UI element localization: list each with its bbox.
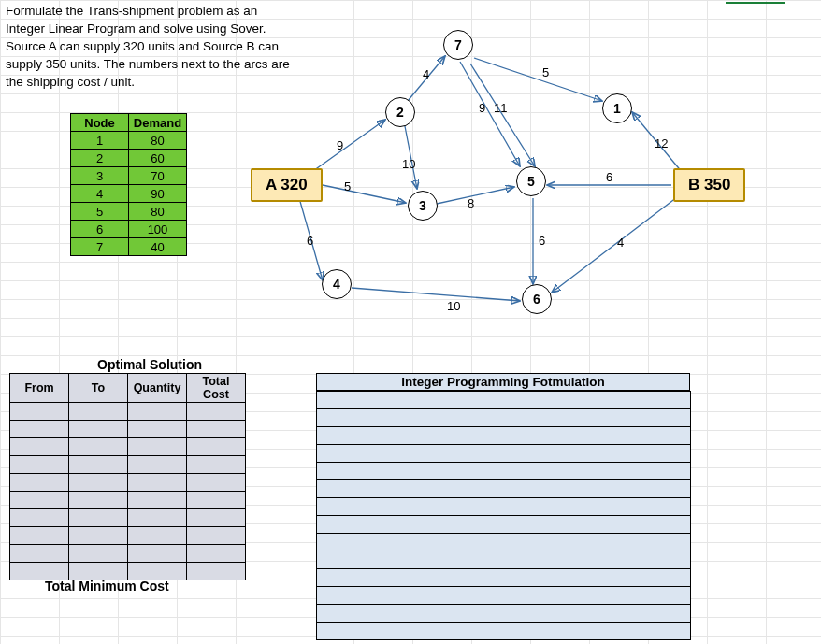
svg-line-12 [552,194,681,293]
opt-cell[interactable] [10,456,69,474]
opt-cell[interactable] [10,403,69,421]
opt-cell[interactable] [128,563,187,580]
opt-cell[interactable] [10,545,69,563]
node-1: 1 [602,93,632,123]
opt-cell[interactable] [69,563,128,580]
ip-cell[interactable] [317,534,691,551]
opt-cell[interactable] [187,527,246,545]
ip-cell[interactable] [317,551,691,569]
ip-cell[interactable] [317,480,691,498]
ip-cell[interactable] [317,516,691,534]
opt-cell[interactable] [128,545,187,563]
opt-header-cost: Total Cost [187,374,246,403]
demand-header-demand: Demand [129,114,187,132]
total-minimum-cost-label: Total Minimum Cost [45,579,169,594]
demand-cell: 3 [71,167,129,185]
optimal-solution-title: Optimal Solution [65,357,234,372]
opt-cell[interactable] [128,403,187,421]
demand-cell: 6 [71,221,129,238]
opt-cell[interactable] [128,421,187,438]
opt-cell[interactable] [187,421,246,438]
ip-cell[interactable] [317,569,691,587]
svg-line-9 [352,288,520,301]
arc-cost: 10 [402,157,415,171]
opt-cell[interactable] [10,492,69,509]
demand-cell: 60 [129,150,187,167]
opt-cell[interactable] [187,474,246,492]
demand-cell: 90 [129,185,187,203]
demand-table: Node Demand 180 260 370 490 580 6100 740 [70,113,187,256]
opt-cell[interactable] [69,509,128,527]
opt-cell[interactable] [69,545,128,563]
opt-header-to: To [69,374,128,403]
opt-cell[interactable] [10,438,69,456]
opt-cell[interactable] [10,474,69,492]
opt-cell[interactable] [10,509,69,527]
opt-cell[interactable] [69,421,128,438]
arc-cost: 6 [307,234,313,248]
opt-cell[interactable] [187,456,246,474]
ip-formulation-table[interactable] [316,391,691,640]
opt-cell[interactable] [187,403,246,421]
ip-cell[interactable] [317,587,691,605]
arc-cost: 4 [617,236,624,250]
ip-cell[interactable] [317,392,691,409]
opt-cell[interactable] [128,474,187,492]
svg-line-4 [404,122,417,189]
opt-cell[interactable] [128,492,187,509]
demand-cell: 100 [129,221,187,238]
opt-cell[interactable] [128,509,187,527]
demand-cell: 40 [129,238,187,256]
opt-cell[interactable] [187,438,246,456]
opt-cell[interactable] [69,403,128,421]
node-2: 2 [385,97,415,127]
source-b-box: B 350 [673,168,745,202]
opt-header-from: From [10,374,69,403]
opt-cell[interactable] [69,474,128,492]
demand-cell: 80 [129,132,187,150]
opt-cell[interactable] [10,563,69,580]
demand-cell: 7 [71,238,129,256]
opt-cell[interactable] [128,456,187,474]
arc-cost: 4 [423,67,429,81]
network-diagram: A 320 B 350 7 2 1 3 5 4 6 9 5 6 4 10 8 9… [243,19,767,327]
optimal-solution-table[interactable]: From To Quantity Total Cost [9,373,246,580]
opt-cell[interactable] [187,563,246,580]
source-a-box: A 320 [251,168,323,202]
demand-header-node: Node [71,114,129,132]
ip-cell[interactable] [317,427,691,445]
ip-formulation-title: Integer Programming Fotmulation [316,373,690,391]
opt-cell[interactable] [128,527,187,545]
demand-cell: 2 [71,150,129,167]
ip-cell[interactable] [317,498,691,516]
svg-line-7 [460,62,520,166]
opt-cell[interactable] [10,421,69,438]
opt-cell[interactable] [69,438,128,456]
opt-cell[interactable] [187,545,246,563]
opt-cell[interactable] [187,509,246,527]
opt-cell[interactable] [10,527,69,545]
node-3: 3 [408,191,438,221]
selected-cell-border [726,0,785,4]
opt-cell[interactable] [128,438,187,456]
ip-cell[interactable] [317,623,691,640]
arc-cost: 6 [606,170,612,184]
arc-cost: 9 [479,101,485,115]
opt-cell[interactable] [69,492,128,509]
ip-cell[interactable] [317,463,691,480]
arc-cost: 9 [337,138,343,152]
ip-cell[interactable] [317,445,691,463]
ip-cell[interactable] [317,605,691,623]
arc-cost: 6 [539,234,545,248]
opt-cell[interactable] [187,492,246,509]
demand-cell: 5 [71,203,129,221]
ip-cell[interactable] [317,409,691,427]
node-6: 6 [522,284,552,314]
arc-cost: 11 [494,101,507,115]
demand-cell: 1 [71,132,129,150]
svg-line-6 [474,58,602,101]
node-5: 5 [516,166,546,196]
opt-header-qty: Quantity [128,374,187,403]
opt-cell[interactable] [69,527,128,545]
opt-cell[interactable] [69,456,128,474]
